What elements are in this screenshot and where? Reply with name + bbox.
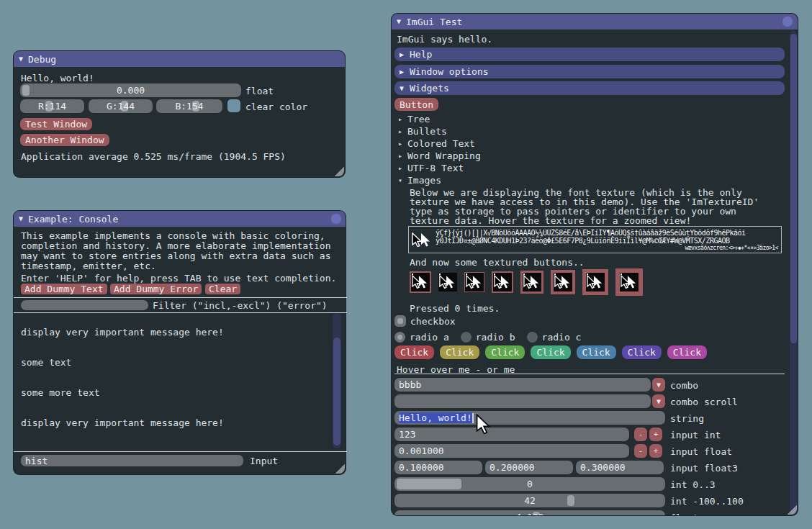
test-window-button[interactable]: Test Window (20, 118, 92, 130)
collapse-icon[interactable]: ▼ (19, 55, 23, 63)
radio-c[interactable] (527, 332, 538, 343)
radio-a[interactable] (394, 332, 405, 343)
console-log-area[interactable]: display very important message here! som… (14, 313, 347, 448)
tree-open-icon: ▾ (398, 177, 402, 184)
window-scrollbar[interactable] (790, 31, 798, 514)
blue-slider[interactable]: B:154 (156, 99, 222, 113)
green-slider[interactable]: G:144 (89, 99, 153, 113)
tree-node-bullets[interactable]: ▸ Bullets (398, 126, 447, 137)
combo-field[interactable]: bbbb (394, 378, 651, 392)
filter-input[interactable] (21, 300, 148, 310)
string-input[interactable]: Hello, world! (394, 411, 665, 425)
image-button[interactable] (615, 268, 643, 296)
image-button[interactable] (582, 269, 608, 295)
input-float-field[interactable]: 0.001000 (394, 444, 629, 458)
console-command-input[interactable]: hist (21, 455, 243, 466)
combo-arrow-button[interactable]: ▼ (652, 378, 665, 392)
image-button[interactable] (464, 272, 484, 292)
checkbox[interactable] (394, 315, 406, 327)
separator (394, 374, 785, 374)
red-slider[interactable]: R:114 (20, 99, 84, 113)
header-widgets[interactable]: ▼ Widgets (394, 81, 785, 95)
click-button-red[interactable]: Click (394, 345, 434, 359)
image-button[interactable] (410, 271, 431, 293)
console-intro-text: This example implements a console with b… (21, 231, 330, 271)
collapse-icon[interactable]: ▼ (19, 215, 23, 222)
log-scrollbar-thumb[interactable] (333, 338, 340, 446)
console-log-lines: display very important message here! som… (21, 313, 224, 448)
tree-node-colored-text[interactable]: ▸ Colored Text (398, 138, 475, 149)
font-texture-image[interactable]: ýÇf}{ýj()[]|X√BÑòÙõóÂÃÀÄÒ½¼ÙÚŽŠ8éÊ/å\ÈÞÏ… (408, 226, 782, 253)
input-float3-x[interactable]: 0.100000 (394, 461, 482, 474)
header-window-options[interactable]: ▶ Window options (394, 65, 785, 78)
tree-node-tree[interactable]: ▸ Tree (398, 114, 430, 125)
tree-closed-icon: ▸ (398, 116, 402, 123)
filter-label: Filter ("incl,-excl") ("error") (153, 300, 328, 311)
float-slider-value: 0.000 (20, 85, 241, 96)
log-line: display very important message here! (21, 327, 224, 338)
log-scrollbar[interactable] (333, 313, 341, 448)
string-label: string (670, 413, 704, 424)
image-button[interactable] (520, 271, 543, 294)
float-range-label: float (670, 512, 698, 516)
tree-node-utf8-text[interactable]: ▸ UTF-8 Text (398, 163, 464, 173)
radio-b[interactable] (461, 332, 472, 343)
input-float-label: input float (670, 446, 732, 457)
resize-grip[interactable] (334, 166, 344, 176)
input-int-field[interactable]: 123 (394, 428, 629, 441)
images-description-text: Below we are displaying the font texture… (410, 188, 759, 225)
tree-node-label: Bullets (407, 126, 447, 137)
button-widget[interactable]: Button (394, 98, 438, 111)
image-button[interactable] (551, 270, 575, 294)
input-float3-z[interactable]: 0.300000 (576, 461, 664, 474)
click-button-magenta[interactable]: Click (667, 345, 707, 359)
click-buttons-row: Click Click Click Click Click Click Clic… (394, 345, 707, 359)
image-button[interactable] (438, 273, 457, 291)
debug-titlebar[interactable]: ▼ Debug (14, 51, 345, 67)
float-slider-label: float (245, 86, 274, 96)
tree-node-images[interactable]: ▾ Images (398, 175, 441, 186)
input-float3-y[interactable]: 0.200000 (485, 461, 573, 474)
tree-node-word-wrapping[interactable]: ▸ Word Wrapping (398, 150, 481, 161)
image-button[interactable] (492, 271, 513, 293)
click-button-blue[interactable]: Click (577, 345, 616, 359)
resize-grip[interactable] (335, 464, 345, 474)
float-plus-button[interactable]: + (649, 444, 662, 458)
collapse-icon[interactable]: ▼ (397, 18, 401, 25)
float-slider[interactable]: 0.000 (20, 83, 241, 97)
text-caret (472, 413, 474, 423)
chevron-right-icon: ▶ (400, 51, 404, 58)
add-dummy-error-button[interactable]: Add Dummy Error (110, 284, 202, 294)
int-minus-button[interactable]: - (634, 428, 647, 441)
console-titlebar[interactable]: ▼ Example: Console (14, 211, 346, 227)
tree-node-label: Images (407, 175, 441, 186)
close-button[interactable] (782, 16, 793, 27)
click-button-purple[interactable]: Click (622, 345, 662, 359)
window-scrollbar-thumb[interactable] (790, 34, 797, 343)
int-range-slider[interactable]: 42 (394, 494, 665, 507)
combo-scroll-arrow-button[interactable]: ▼ (652, 394, 665, 408)
combo-scroll-label: combo scroll (670, 397, 738, 407)
tree-node-label: Colored Text (407, 138, 475, 149)
close-button[interactable] (330, 213, 342, 225)
float-minus-button[interactable]: - (634, 444, 647, 458)
blue-slider-value: B:154 (156, 101, 222, 112)
header-label: Help (410, 49, 432, 60)
green-slider-value: G:144 (89, 101, 153, 112)
log-line: some more text (21, 388, 224, 398)
another-window-button[interactable]: Another Window (20, 134, 109, 146)
click-button-green[interactable]: Click (485, 345, 525, 359)
fps-stats-text: Application average 0.525 ms/frame (1904… (21, 151, 286, 162)
debug-window: ▼ Debug Hello, world! 0.000 float R:114 … (13, 50, 346, 178)
click-button-teal[interactable]: Click (531, 345, 570, 359)
float-range-slider[interactable]: 4.123 (394, 510, 665, 516)
clear-button[interactable]: Clear (205, 284, 240, 294)
imgui-titlebar[interactable]: ▼ ImGui Test (392, 14, 798, 30)
int-plus-button[interactable]: + (649, 428, 662, 441)
click-button-yellow[interactable]: Click (440, 345, 479, 359)
combo-scroll-field[interactable] (394, 394, 651, 408)
clear-color-swatch[interactable] (227, 99, 240, 112)
header-help[interactable]: ▶ Help (394, 48, 785, 61)
int-0-3-slider[interactable]: 0 (394, 477, 665, 491)
add-dummy-text-button[interactable]: Add Dummy Text (21, 284, 107, 294)
